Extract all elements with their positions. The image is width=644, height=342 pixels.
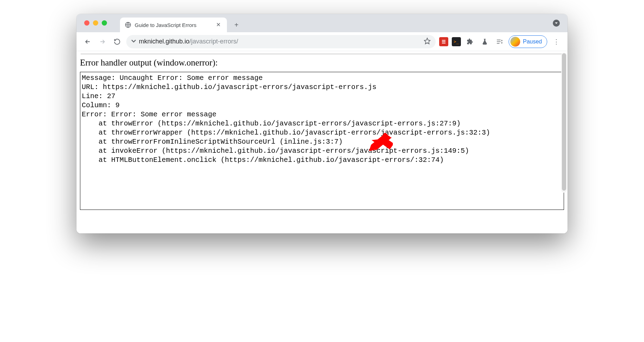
page-content: Error handler output (window.onerror): M… xyxy=(76,51,568,233)
forward-button[interactable] xyxy=(97,36,108,47)
scrollbar-thumb[interactable] xyxy=(562,53,566,191)
browser-window: Guide to JavaScript Errors ✕ + mknichel.… xyxy=(76,14,568,233)
tab-search-button[interactable] xyxy=(553,20,560,27)
svg-rect-1 xyxy=(442,40,445,41)
window-controls xyxy=(84,20,107,26)
globe-icon xyxy=(125,22,131,28)
new-tab-button[interactable]: + xyxy=(230,19,242,31)
address-bar[interactable]: mknichel.github.io/javascript-errors/ xyxy=(126,35,436,48)
reading-list-icon[interactable] xyxy=(494,36,505,47)
menu-button[interactable]: ⋮ xyxy=(551,36,562,47)
section-title: Error handler output (window.onerror): xyxy=(80,58,564,68)
error-output-box: Message: Uncaught Error: Some error mess… xyxy=(80,72,564,210)
svg-rect-2 xyxy=(442,41,445,42)
extensions-button[interactable] xyxy=(464,36,476,47)
bookmark-button[interactable] xyxy=(424,37,431,46)
tab-title: Guide to JavaScript Errors xyxy=(135,22,211,28)
reload-button[interactable] xyxy=(112,36,123,47)
horizontal-rule xyxy=(81,54,563,54)
browser-tab[interactable]: Guide to JavaScript Errors ✕ xyxy=(120,18,227,32)
extension-icon-2[interactable]: >_ xyxy=(452,37,461,46)
svg-rect-3 xyxy=(442,43,445,43)
site-info-button[interactable] xyxy=(131,39,136,45)
toolbar: mknichel.github.io/javascript-errors/ >_… xyxy=(76,32,568,51)
back-button[interactable] xyxy=(82,36,93,47)
labs-icon[interactable] xyxy=(479,36,490,47)
extension-icon-1[interactable] xyxy=(439,37,448,46)
titlebar: Guide to JavaScript Errors ✕ + xyxy=(76,14,568,32)
minimize-window-button[interactable] xyxy=(93,20,98,26)
close-tab-button[interactable]: ✕ xyxy=(215,21,222,28)
avatar xyxy=(510,37,520,47)
url-text: mknichel.github.io/javascript-errors/ xyxy=(139,38,238,45)
profile-paused-pill[interactable]: Paused xyxy=(509,35,547,48)
close-window-button[interactable] xyxy=(84,20,89,26)
profile-status-label: Paused xyxy=(523,39,542,45)
scrollbar[interactable] xyxy=(561,53,567,193)
maximize-window-button[interactable] xyxy=(102,20,107,26)
